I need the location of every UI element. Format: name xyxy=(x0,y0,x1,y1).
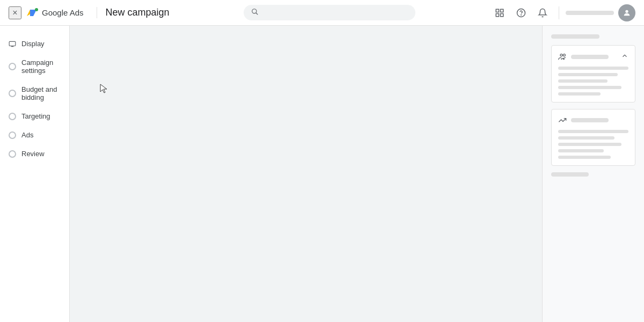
notifications-button[interactable] xyxy=(533,3,552,23)
svg-rect-7 xyxy=(501,9,503,12)
page-title: New campaign xyxy=(97,7,170,18)
card-2-line-3 xyxy=(558,143,621,146)
collections-button[interactable] xyxy=(490,3,509,23)
sidebar-item-budget-bidding[interactable]: Budget and bidding xyxy=(0,80,69,107)
svg-rect-6 xyxy=(496,9,499,12)
sidebar-item-campaign-settings-label: Campaign settings xyxy=(21,58,61,75)
panel-card-1-header-left xyxy=(558,53,609,61)
right-panel xyxy=(542,26,644,322)
card-2-line-5 xyxy=(558,156,611,159)
sidebar-item-targeting[interactable]: Targeting xyxy=(0,107,69,126)
card-1-line-3 xyxy=(558,79,608,83)
sidebar-item-display-label: Display xyxy=(21,40,45,48)
panel-card-audience xyxy=(551,45,635,103)
logo-text: Google Ads xyxy=(42,8,84,17)
google-ads-logo-icon xyxy=(26,6,39,19)
card-1-line-4 xyxy=(558,86,621,89)
topbar-divider xyxy=(559,6,559,19)
cursor-arrow xyxy=(99,83,110,94)
card-2-line-1 xyxy=(558,130,628,133)
search-input-wrapper[interactable] xyxy=(244,5,415,20)
svg-point-18 xyxy=(563,54,565,56)
sidebar-item-targeting-label: Targeting xyxy=(21,112,50,120)
trend-icon xyxy=(558,116,567,125)
sidebar-item-budget-bidding-label: Budget and bidding xyxy=(21,85,61,101)
sidebar-item-review-label: Review xyxy=(21,150,45,158)
sidebar-radio-ads xyxy=(9,131,16,139)
avatar[interactable] xyxy=(618,4,635,21)
sidebar-item-ads-label: Ads xyxy=(21,131,33,139)
card-2-line-4 xyxy=(558,149,604,152)
panel-card-2-header-left xyxy=(558,116,609,125)
topbar-left: × Google Ads New campaign xyxy=(9,6,170,19)
card-1-line-5 xyxy=(558,92,601,96)
top-navigation: × Google Ads New campaign xyxy=(0,0,644,26)
svg-point-12 xyxy=(625,10,628,12)
panel-card-performance xyxy=(551,109,635,166)
main-layout: Display Campaign settings Budget and bid… xyxy=(0,26,644,322)
sidebar-radio-budget-bidding xyxy=(9,90,16,97)
search-input[interactable] xyxy=(263,9,408,17)
svg-point-17 xyxy=(560,54,562,56)
card-2-line-2 xyxy=(558,136,614,140)
panel-card-1-header xyxy=(558,52,628,61)
audience-icon xyxy=(558,53,567,61)
svg-line-5 xyxy=(256,13,258,15)
topbar-right xyxy=(490,3,635,23)
search-bar xyxy=(170,5,490,20)
google-ads-logo: Google Ads xyxy=(26,6,84,19)
panel-top-bar xyxy=(551,34,599,39)
display-icon xyxy=(9,40,16,48)
sidebar-item-display[interactable]: Display xyxy=(0,34,69,53)
card-2-title-bar xyxy=(571,118,609,122)
svg-rect-9 xyxy=(501,13,503,16)
svg-marker-16 xyxy=(100,84,107,93)
sidebar: Display Campaign settings Budget and bid… xyxy=(0,26,70,322)
card-1-line-1 xyxy=(558,67,628,70)
content-area xyxy=(70,26,542,322)
account-bar xyxy=(566,4,635,21)
svg-point-4 xyxy=(252,9,257,13)
card-1-title-bar xyxy=(571,55,609,59)
sidebar-radio-targeting xyxy=(9,113,16,120)
panel-card-2-header xyxy=(558,116,628,125)
close-button[interactable]: × xyxy=(9,6,21,19)
svg-rect-13 xyxy=(9,41,16,46)
search-icon xyxy=(251,8,259,17)
sidebar-item-review[interactable]: Review xyxy=(0,144,69,163)
card-1-line-2 xyxy=(558,73,618,76)
panel-bottom-bar xyxy=(551,172,589,177)
account-name-bar xyxy=(566,11,614,15)
sidebar-item-ads[interactable]: Ads xyxy=(0,126,69,144)
sidebar-item-campaign-settings[interactable]: Campaign settings xyxy=(0,53,69,80)
sidebar-radio-review xyxy=(9,150,16,158)
sidebar-radio-campaign-settings xyxy=(9,63,16,70)
svg-point-3 xyxy=(35,8,38,11)
svg-rect-8 xyxy=(496,13,499,16)
help-button[interactable] xyxy=(511,3,531,23)
card-1-expand-icon[interactable] xyxy=(621,52,628,61)
